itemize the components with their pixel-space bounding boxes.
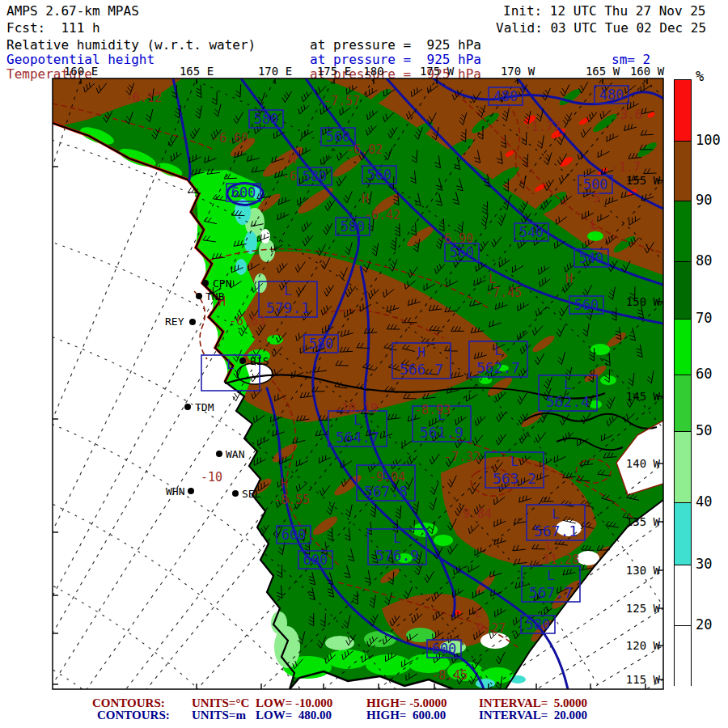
temperature-label: L — [475, 606, 482, 620]
map-canvas: 5805605805606005805604804805005405405605… — [0, 0, 728, 728]
geopotential-contour-label: 580 — [298, 167, 332, 185]
station-label: WHN — [166, 485, 184, 497]
station-dot — [232, 490, 239, 497]
right-axis-label: 125 W — [626, 602, 661, 615]
station-label: CPN — [213, 277, 231, 290]
station-dot — [239, 358, 246, 364]
colorbar-band — [675, 502, 691, 565]
colorbar-band — [675, 625, 691, 687]
right-axis-label: 150 W — [626, 295, 661, 308]
pressure-marker-letter: H — [417, 345, 425, 360]
temperature-label: H — [362, 192, 369, 206]
station-dot — [196, 293, 202, 299]
temperature-label: -11.28 — [535, 552, 579, 567]
temperature-label: H — [289, 152, 296, 167]
colorbar — [674, 79, 692, 686]
colorbar-tick-label: 90 — [696, 192, 712, 208]
temperature-label: -3.6 — [613, 108, 642, 122]
station-dot — [188, 488, 194, 494]
colorbar-tick-label: 70 — [696, 310, 712, 326]
geopotential-contour-label: 600 — [427, 640, 461, 658]
pressure-marker-value: 563.2 — [493, 470, 536, 487]
station-dot — [202, 280, 209, 286]
height-contour-interval: INTERVAL= 20.000 — [479, 709, 587, 722]
right-axis-label: 120 W — [626, 639, 661, 652]
right-axis-label: 130 W — [626, 564, 661, 577]
right-axis-label: 155 W — [626, 174, 661, 187]
temperature-label: -7.32 — [444, 450, 480, 464]
temperature-label: -9.84 — [455, 506, 492, 521]
pressure-marker-letter: L — [510, 454, 518, 469]
colorbar-tick-label: 50 — [696, 422, 712, 438]
geopotential-contour-label: 600 — [298, 551, 332, 569]
colorbar-band — [675, 261, 691, 319]
contour-label-value: 580 — [341, 218, 366, 235]
temperature-label: H — [565, 272, 573, 286]
station-label: TDM — [195, 401, 214, 413]
right-axis-label: 115 W — [626, 673, 661, 686]
contour-label-value: 560 — [367, 167, 392, 183]
temperature-label: -1.77 — [524, 120, 561, 134]
colorbar-band — [675, 565, 691, 625]
geopotential-contour-label: 560 — [445, 243, 479, 261]
pressure-marker-value: 561.9 — [420, 424, 463, 441]
colorbar-band — [675, 431, 691, 502]
station-dot — [184, 404, 191, 410]
height-contour-title: CONTOURS: — [97, 709, 170, 722]
geopotential-contour-label: 480 — [595, 86, 629, 104]
pressure-marker-value: 576.9 — [375, 547, 419, 564]
station-label: REY — [165, 315, 184, 328]
contour-label-value: 480 — [493, 88, 518, 104]
station-label: BIS — [250, 355, 269, 367]
temperature-label: -6.60 — [212, 131, 248, 146]
top-axis-label: 175 E — [317, 65, 351, 78]
colorbar-tick-label: 80 — [696, 252, 712, 269]
right-axis-label: 140 W — [626, 457, 661, 470]
top-axis-label: 170 W — [501, 65, 535, 78]
height-contour-high: HIGH= 600.00 — [366, 709, 446, 722]
temperature-label: -8.45 — [431, 668, 468, 683]
temperature-label: -7.45 — [485, 286, 522, 300]
colorbar-tick-label: 40 — [696, 493, 712, 510]
pressure-marker-letter: L — [226, 357, 235, 372]
temperature-label: -8.55 — [273, 493, 310, 507]
pressure-marker-value: 579.1 — [266, 299, 310, 316]
temperature-label: -8.93 — [414, 403, 451, 417]
geopotential-contour-label: 580 — [521, 616, 555, 633]
top-axis-label: 175 W — [420, 65, 455, 78]
temperature-label: -10 — [201, 470, 222, 485]
temperature-label: -6.12 — [125, 91, 162, 105]
contour-label-value: 560 — [450, 244, 475, 260]
temperature-label: L — [489, 272, 496, 286]
colorbar-band — [675, 319, 691, 375]
height-contour-low: LOW= 480.00 — [256, 709, 332, 722]
pressure-marker-value: 562.7 — [476, 359, 520, 376]
temperature-label: -6.90 — [437, 231, 473, 246]
temperature-label: -7.57 — [324, 94, 360, 108]
contour-label-value: 580 — [254, 111, 279, 127]
colorbar-unit: % — [696, 68, 704, 84]
geopotential-contour-label: 560 — [569, 296, 603, 314]
geopotential-contour-label: 600 — [226, 184, 260, 201]
contour-label-value: 540 — [579, 250, 604, 266]
pressure-marker-value: 564.7 — [336, 429, 379, 446]
temperature-label: -9.27 — [469, 621, 506, 636]
station-label: WAN — [226, 448, 244, 460]
colorbar-band — [675, 375, 691, 431]
geopotential-contour-label: 480 — [489, 87, 523, 105]
temperature-label: -6.63 — [229, 314, 265, 328]
contour-label-value: 580 — [309, 336, 334, 352]
station-dot — [189, 319, 196, 325]
pressure-marker-letter: L — [284, 283, 292, 298]
pressure-marker-value: 562.4 — [546, 393, 590, 410]
pressure-marker-value: 567.8 — [364, 483, 408, 500]
station-label: TNB — [205, 290, 225, 303]
top-axis-label: 170 E — [258, 65, 292, 78]
temperature-label: -6.02 — [346, 142, 383, 157]
temperature-label: -10.19 — [334, 401, 378, 416]
geopotential-contour-label: 540 — [574, 249, 608, 267]
contour-label-value: 600 — [281, 527, 307, 543]
contour-label-value: 580 — [303, 168, 328, 184]
pressure-marker-letter: L — [564, 377, 572, 392]
contour-label-value: 600 — [432, 641, 457, 657]
